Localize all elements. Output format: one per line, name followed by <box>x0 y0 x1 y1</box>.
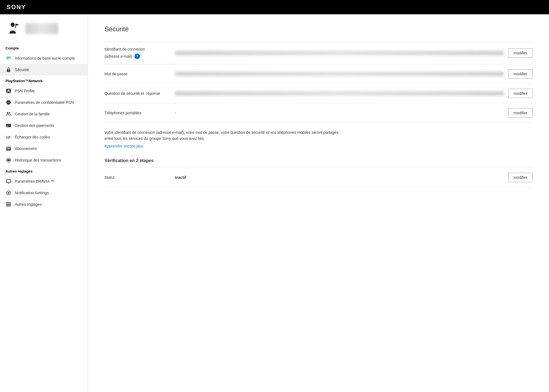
learn-more-link[interactable]: Apprendre encore plus <box>104 144 533 148</box>
status-value: Inactif <box>175 175 504 180</box>
sidebar-item-famille-label: Gestion de la famille <box>15 112 50 116</box>
id-card-icon <box>5 55 12 61</box>
svg-rect-13 <box>7 126 8 127</box>
sidebar-item-codes-label: Échanger des codes <box>15 135 50 139</box>
sidebar-item-bravia-label: Paramètres BRAVIA ™ <box>15 179 54 184</box>
svg-rect-28 <box>6 204 11 205</box>
svg-point-17 <box>8 147 9 148</box>
help-icon-email[interactable]: ? <box>134 54 140 59</box>
sidebar-item-abonnement-label: Abonnement <box>15 146 37 151</box>
svg-rect-20 <box>7 160 8 160</box>
svg-point-19 <box>7 159 10 161</box>
main-content: Sécurité Identifiant de connexion (adres… <box>88 14 549 392</box>
svg-point-10 <box>9 112 10 114</box>
password-label-text: Mot de passe <box>104 72 128 76</box>
settings-row-email: Identifiant de connexion (adresse e-mail… <box>104 42 533 64</box>
phone-value: - <box>175 111 504 115</box>
email-label-line1: Identifiant de connexion <box>104 47 145 51</box>
svg-rect-29 <box>6 205 11 206</box>
sidebar-item-informations-label: Informations de base sur le compte <box>15 56 75 60</box>
privacy-icon <box>5 99 12 105</box>
page-title: Sécurité <box>104 25 533 33</box>
status-value-text: Inactif <box>175 175 186 180</box>
svg-rect-23 <box>7 180 10 182</box>
settings-row-status: Statut Inactif modifier <box>104 168 533 187</box>
settings-row-phone: Téléphones portables - modifier <box>104 103 533 123</box>
sidebar-item-bravia[interactable]: Paramètres BRAVIA ™ <box>0 176 88 187</box>
svg-point-26 <box>8 192 9 194</box>
sidebar-item-autres-reglages-label: Autres réglages <box>15 202 42 207</box>
svg-point-16 <box>7 147 8 148</box>
psn-profile-icon <box>5 88 12 94</box>
password-modify-button[interactable]: modifier <box>508 69 533 79</box>
sidebar-item-paiements-label: Gestion des paiements <box>15 123 54 128</box>
svg-point-0 <box>11 23 15 27</box>
phone-modify-button[interactable]: modifier <box>508 108 533 118</box>
sidebar-item-abonnement[interactable]: Abonnement <box>0 143 88 154</box>
status-label-text: Statut <box>104 175 115 180</box>
svg-text:12: 12 <box>6 135 10 139</box>
security-question-modify-button[interactable]: modifier <box>508 89 533 98</box>
codes-icon: 12 <box>5 134 12 140</box>
svg-point-6 <box>8 90 9 91</box>
avatar <box>5 21 21 36</box>
email-label-line2: (adresse e-mail) <box>104 54 132 59</box>
psn-section-label: PlayStation™Network <box>0 76 88 85</box>
sidebar-item-notifications-label: Notification Settings <box>15 191 49 195</box>
autres-section-label: Autres réglages <box>0 166 88 176</box>
history-icon <box>5 157 12 163</box>
email-label: Identifiant de connexion (adresse e-mail… <box>104 47 170 59</box>
sidebar-item-notifications[interactable]: Notification Settings <box>0 187 88 199</box>
phone-label-text: Téléphones portables <box>104 111 142 115</box>
settings-row-security-question: Question de sécurité et réponse modifier <box>104 84 533 103</box>
password-label: Mot de passe <box>104 72 170 76</box>
sidebar: Compte Informations de base sur le compt… <box>0 14 88 392</box>
svg-rect-27 <box>6 202 11 203</box>
svg-marker-2 <box>16 24 19 26</box>
security-question-label: Question de sécurité et réponse <box>104 91 170 96</box>
email-value-blurred <box>175 51 504 55</box>
security-question-label-line1: Question de sécurité et <box>104 91 144 96</box>
avatar-silhouette-icon <box>5 21 21 36</box>
svg-rect-21 <box>9 160 10 160</box>
compte-section-label: Compte <box>0 43 88 52</box>
svg-point-4 <box>8 70 9 71</box>
svg-point-8 <box>8 102 9 103</box>
notification-settings-icon <box>5 190 12 196</box>
info-text: Votre identifiant de connexion (adresse … <box>104 129 341 142</box>
sidebar-item-transactions[interactable]: Historique des transactions <box>0 154 88 166</box>
svg-point-9 <box>7 112 9 114</box>
username-blurred <box>25 23 58 34</box>
sidebar-item-psn-profile[interactable]: PSN Profile <box>0 85 88 97</box>
lock-icon <box>5 67 12 73</box>
sidebar-avatar-area <box>0 21 88 43</box>
password-value-blurred <box>175 72 504 76</box>
sidebar-item-informations[interactable]: Informations de base sur le compte <box>0 52 88 64</box>
svg-rect-24 <box>8 183 9 184</box>
security-question-value-blurred <box>175 91 504 96</box>
status-modify-button[interactable]: modifier <box>508 173 533 182</box>
status-label: Statut <box>104 175 170 180</box>
sidebar-item-securite[interactable]: Sécurité <box>0 64 88 76</box>
sony-logo: SONY <box>7 4 26 11</box>
verification-section-title: Vérification en 2 étapes <box>104 158 533 163</box>
email-modify-button[interactable]: modifier <box>508 48 533 58</box>
sidebar-item-securite-label: Sécurité <box>15 68 29 72</box>
security-question-label-line2: réponse <box>146 91 160 96</box>
settings-row-password: Mot de passe modifier <box>104 64 533 84</box>
security-settings-table: Identifiant de connexion (adresse e-mail… <box>104 42 533 123</box>
tv-icon <box>5 178 12 184</box>
subscription-icon <box>5 146 12 152</box>
sidebar-item-confidentialite-label: Paramètres de confidentialité PSN <box>15 100 74 105</box>
autres-reglages-icon <box>5 201 12 207</box>
sidebar-item-paiements[interactable]: Gestion des paiements <box>0 120 88 131</box>
sidebar-item-codes[interactable]: 12 Échanger des codes <box>0 131 88 143</box>
svg-rect-12 <box>6 125 11 126</box>
phone-label: Téléphones portables <box>104 111 170 115</box>
page-layout: Compte Informations de base sur le compt… <box>0 14 549 392</box>
sidebar-item-autres-reglages[interactable]: Autres réglages <box>0 199 88 210</box>
sidebar-item-psn-profile-label: PSN Profile <box>15 89 35 93</box>
sidebar-item-famille[interactable]: Gestion de la famille <box>0 108 88 120</box>
sidebar-item-confidentialite[interactable]: Paramètres de confidentialité PSN <box>0 97 88 108</box>
verification-table: Statut Inactif modifier <box>104 168 533 187</box>
